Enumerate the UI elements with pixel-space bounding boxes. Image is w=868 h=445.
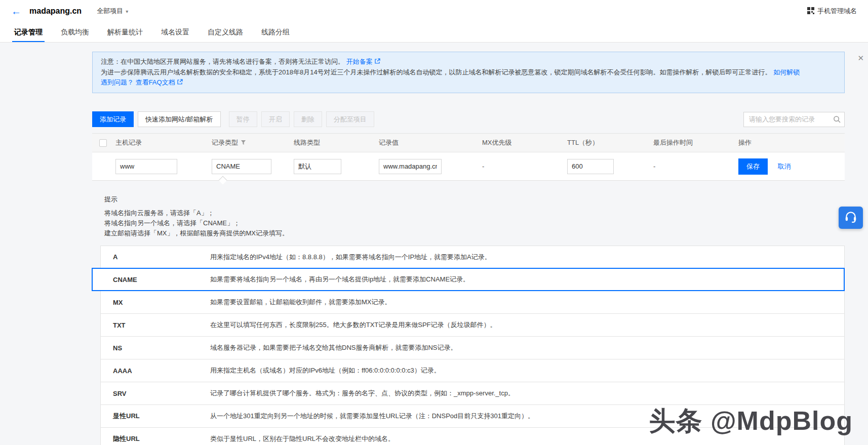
type-desc: 类似于显性URL，区别在于隐性URL不会改变地址栏中的域名。 — [210, 434, 844, 443]
search-icon[interactable] — [833, 115, 841, 125]
record-type-option-explicit-url[interactable]: 显性URL 从一个地址301重定向到另一个地址的时候，就需要添加显性URL记录（… — [100, 405, 845, 428]
tab-record-management[interactable]: 记录管理 — [12, 22, 45, 42]
col-host: 主机记录 — [115, 138, 212, 147]
mobile-manage-domain[interactable]: 手机管理域名 — [807, 7, 857, 16]
tab-domain-settings[interactable]: 域名设置 — [159, 22, 191, 42]
type-desc: 从一个地址301重定向到另一个地址的时候，就需要添加显性URL记录（注：DNSP… — [210, 412, 844, 421]
tab-resolution-stats[interactable]: 解析量统计 — [105, 22, 145, 42]
top-bar: ← madapang.cn 全部项目 ▾ 手机管理域名 — [0, 0, 868, 22]
save-button[interactable]: 保存 — [738, 158, 768, 175]
enable-button[interactable]: 开启 — [261, 111, 290, 127]
table-header: 主机记录 记录类型 线路类型 记录值 MX优先级 TTL（秒） 最后操作时间 操… — [92, 133, 845, 152]
record-type-list: A 用来指定域名的IPv4地址（如：8.8.8.8），如果需要将域名指向一个IP… — [100, 246, 845, 445]
mx-priority-value: - — [482, 163, 567, 170]
faq-doc-link[interactable]: 查看FAQ文档 — [136, 78, 175, 86]
type-name: A — [113, 253, 210, 261]
add-record-button[interactable]: 添加记录 — [92, 111, 134, 127]
back-arrow-icon[interactable]: ← — [11, 6, 21, 16]
col-record-type: 记录类型 — [212, 138, 238, 147]
tips-line: 将域名指向云服务器，请选择「A」； — [104, 208, 845, 218]
external-link-icon — [177, 78, 183, 88]
notice-banner: 注意：在中国大陆地区开展网站服务，请先将域名进行备案，否则将无法正常访问。 开始… — [92, 52, 845, 93]
record-type-helper-panel: 提示 将域名指向云服务器，请选择「A」； 将域名指向另一个域名，请选择「CNAM… — [92, 181, 845, 445]
type-name: NS — [113, 344, 210, 352]
record-search — [743, 112, 845, 127]
type-name: 显性URL — [113, 412, 210, 421]
host-record-input[interactable] — [115, 159, 177, 174]
select-all-checkbox[interactable] — [99, 139, 107, 147]
notice-line1: 注意：在中国大陆地区开展网站服务，请先将域名进行备案，否则将无法正常访问。 — [101, 58, 344, 65]
cancel-link[interactable]: 取消 — [778, 163, 791, 170]
type-name: 隐性URL — [113, 434, 210, 443]
type-desc: 用来指定域名的IPv4地址（如：8.8.8.8），如果需要将域名指向一个IP地址… — [210, 253, 844, 262]
tab-custom-lines[interactable]: 自定义线路 — [206, 22, 245, 42]
line-type-input[interactable] — [294, 159, 341, 174]
project-filter-label: 全部项目 — [97, 7, 123, 16]
record-type-option-aaaa[interactable]: AAAA 用来指定主机名（或域名）对应的IPv6地址（例如：ff06:0:0:0… — [100, 359, 845, 382]
record-type-option-txt[interactable]: TXT 在这里可以填写任何东西，长度限制255。绝大多数的TXT记录是用来做SP… — [100, 314, 845, 337]
record-type-input[interactable] — [212, 159, 271, 174]
pause-button[interactable]: 暂停 — [229, 111, 257, 127]
record-type-option-a[interactable]: A 用来指定域名的IPv4地址（如：8.8.8.8），如果需要将域名指向一个IP… — [100, 246, 845, 268]
notice-question: 遇到问题？ — [101, 78, 134, 86]
col-mx-priority: MX优先级 — [482, 138, 567, 147]
col-ttl: TTL（秒） — [567, 138, 653, 147]
tab-bar: 记录管理 负载均衡 解析量统计 域名设置 自定义线路 线路分组 — [0, 22, 868, 43]
record-type-option-mx[interactable]: MX 如果需要设置邮箱，让邮箱能收到邮件，就需要添加MX记录。 — [100, 291, 845, 314]
filter-icon[interactable] — [241, 139, 246, 147]
external-link-icon — [374, 57, 380, 67]
col-last-operated: 最后操作时间 — [653, 138, 738, 147]
tab-load-balance[interactable]: 负载均衡 — [59, 22, 91, 42]
main-content: 注意：在中国大陆地区开展网站服务，请先将域名进行备案，否则将无法正常访问。 开始… — [92, 52, 845, 445]
type-name: MX — [113, 299, 210, 306]
quick-add-button[interactable]: 快速添加网站/邮箱解析 — [138, 111, 221, 127]
qr-code-icon — [807, 7, 814, 16]
type-desc: 如果需要设置邮箱，让邮箱能收到邮件，就需要添加MX记录。 — [210, 298, 844, 307]
type-desc: 用来指定主机名（或域名）对应的IPv6地址（例如：ff06:0:0:0:0:0:… — [210, 366, 844, 375]
close-icon[interactable]: ✕ — [857, 54, 864, 63]
ttl-input[interactable] — [567, 159, 614, 174]
assign-project-button[interactable]: 分配至项目 — [326, 111, 374, 127]
delete-button[interactable]: 删除 — [294, 111, 322, 127]
type-desc: 记录了哪台计算机提供了哪个服务。格式为：服务的名字、点、协议的类型，例如：_xm… — [210, 389, 844, 398]
project-filter-dropdown[interactable]: 全部项目 ▾ — [97, 7, 128, 16]
col-record-value: 记录值 — [379, 138, 482, 147]
customer-service-button[interactable] — [839, 207, 863, 229]
start-beian-link[interactable]: 开始备案 — [346, 58, 373, 65]
type-desc: 域名服务器记录，如果需要把子域名交给其他DNS服务商解析，就需要添加NS记录。 — [210, 343, 844, 352]
record-toolbar: 添加记录 快速添加网站/邮箱解析 暂停 开启 删除 分配至项目 — [92, 111, 845, 127]
record-type-option-cname[interactable]: CNAME 如果需要将域名指向另一个域名，再由另一个域名提供ip地址，就需要添加… — [92, 268, 845, 291]
record-type-option-srv[interactable]: SRV 记录了哪台计算机提供了哪个服务。格式为：服务的名字、点、协议的类型，例如… — [100, 382, 845, 405]
mobile-manage-label: 手机管理域名 — [817, 7, 857, 16]
type-name: SRV — [113, 390, 210, 397]
last-operated-value: - — [653, 163, 738, 170]
domain-title: madapang.cn — [29, 7, 82, 16]
type-name: AAAA — [113, 367, 210, 375]
tips-title: 提示 — [104, 195, 845, 204]
search-input[interactable] — [743, 112, 845, 127]
col-line-type: 线路类型 — [294, 138, 379, 147]
record-type-option-implicit-url[interactable]: 隐性URL 类似于显性URL，区别在于隐性URL不会改变地址栏中的域名。 — [100, 428, 845, 445]
record-value-input[interactable] — [379, 159, 442, 174]
how-to-unlock-link[interactable]: 如何解锁 — [773, 68, 800, 76]
headset-icon — [844, 210, 857, 225]
tips-line: 将域名指向另一个域名，请选择「CNAME」； — [104, 218, 845, 228]
type-name: TXT — [113, 321, 210, 329]
notice-line2: 为进一步保障腾讯云用户域名解析数据的安全和稳定，系统于2018年8月14号对近三… — [101, 68, 772, 76]
type-name: CNAME — [113, 276, 210, 284]
tips-block: 提示 将域名指向云服务器，请选择「A」； 将域名指向另一个域名，请选择「CNAM… — [92, 195, 845, 238]
record-type-option-ns[interactable]: NS 域名服务器记录，如果需要把子域名交给其他DNS服务商解析，就需要添加NS记… — [100, 337, 845, 359]
chevron-down-icon: ▾ — [126, 9, 128, 14]
tab-line-groups[interactable]: 线路分组 — [259, 22, 292, 42]
record-edit-row: - - 保存 取消 — [92, 152, 845, 181]
col-actions: 操作 — [738, 138, 845, 147]
type-desc: 如果需要将域名指向另一个域名，再由另一个域名提供ip地址，就需要添加CNAME记… — [210, 275, 844, 284]
type-desc: 在这里可以填写任何东西，长度限制255。绝大多数的TXT记录是用来做SPF记录（… — [210, 320, 844, 330]
tips-line: 建立邮箱请选择「MX」，根据邮箱服务商提供的MX记录填写。 — [104, 228, 845, 238]
